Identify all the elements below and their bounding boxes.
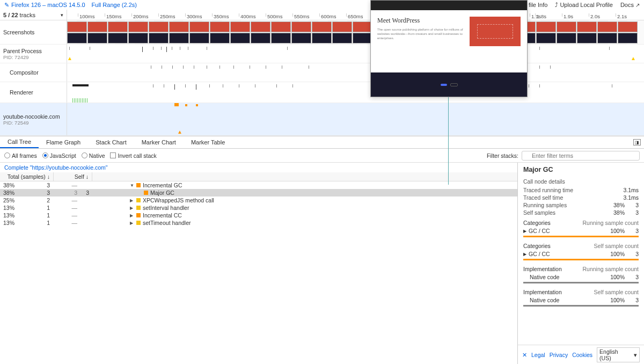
screenshot-thumb[interactable] bbox=[169, 21, 189, 44]
screenshot-thumb[interactable] bbox=[210, 21, 230, 44]
screenshot-thumb[interactable] bbox=[128, 21, 148, 44]
expand-icon[interactable]: ▼ bbox=[130, 183, 134, 188]
tracks-count: 5 / 22 bbox=[3, 12, 18, 18]
compositor-label[interactable]: Compositor bbox=[0, 63, 67, 82]
expand-icon[interactable]: ▶ bbox=[130, 198, 134, 203]
preview-button bbox=[441, 84, 447, 86]
legal-link[interactable]: Legal bbox=[531, 352, 545, 358]
cookies-link[interactable]: Cookies bbox=[572, 352, 592, 358]
impl-bar bbox=[523, 282, 639, 283]
gc-cnt: 3 bbox=[628, 228, 639, 234]
upload-button[interactable]: ⤴ Upload Local Profile bbox=[555, 2, 613, 8]
screenshot-thumb[interactable] bbox=[271, 21, 291, 44]
category-icon bbox=[136, 213, 141, 217]
radio-all-frames[interactable]: All frames bbox=[4, 152, 37, 159]
running-samples-pct: 38% bbox=[613, 202, 625, 208]
profile-name[interactable]: Firefox 126 – macOS 14.5.0 bbox=[11, 2, 85, 8]
screenshot-thumb[interactable] bbox=[108, 21, 128, 44]
tab-marker-chart[interactable]: Marker Chart bbox=[134, 136, 184, 148]
invert-checkbox[interactable]: Invert call stack bbox=[110, 152, 156, 159]
tree-row[interactable]: 13%1—▶setInterval handler bbox=[0, 204, 517, 212]
radio-native[interactable]: Native bbox=[82, 152, 105, 159]
time-ruler[interactable]: 100ms 150ms 200ms 250ms 300ms 350ms 400m… bbox=[67, 10, 644, 20]
self: — bbox=[54, 182, 80, 188]
screenshot-thumb[interactable] bbox=[557, 21, 576, 44]
cnt: 1 bbox=[27, 212, 54, 219]
marker-icon: ▲ bbox=[67, 55, 72, 61]
screenshots-label[interactable]: Screenshots bbox=[0, 20, 67, 44]
compositor-track[interactable] bbox=[67, 63, 644, 82]
privacy-link[interactable]: Privacy bbox=[550, 352, 568, 358]
screenshot-thumb[interactable] bbox=[230, 21, 250, 44]
gc-pct2: 100% bbox=[610, 251, 625, 257]
self-samples-pct: 38% bbox=[613, 209, 625, 216]
screenshot-thumb[interactable] bbox=[67, 21, 87, 44]
close-icon[interactable]: ✕ bbox=[522, 352, 527, 358]
expand-icon[interactable]: ▶ bbox=[130, 221, 134, 225]
fn-name: Incremental CC bbox=[143, 212, 182, 219]
fn-name: Major GC bbox=[150, 190, 174, 196]
tree-row[interactable]: 38%3—▼Incremental GC bbox=[0, 181, 517, 189]
tab-stack-chart[interactable]: Stack Chart bbox=[88, 136, 134, 148]
tree-row[interactable]: 38%333Major GC bbox=[0, 189, 517, 196]
category-icon bbox=[136, 206, 141, 210]
tree-row[interactable]: 13%1—▶setTimeout handler bbox=[0, 219, 517, 227]
filter-input[interactable] bbox=[522, 151, 640, 161]
screenshot-thumb[interactable] bbox=[597, 21, 617, 44]
running-samples-cnt: 3 bbox=[628, 202, 639, 208]
col-function[interactable] bbox=[92, 172, 517, 181]
parent-track[interactable]: ▲ ▲ bbox=[67, 45, 644, 63]
tick: 350ms bbox=[212, 13, 229, 17]
col-self[interactable]: Self ↓ bbox=[54, 172, 92, 181]
screenshot-thumb[interactable] bbox=[149, 21, 169, 44]
self: — bbox=[54, 220, 80, 226]
screenshot-thumb[interactable] bbox=[536, 21, 556, 44]
expand-icon[interactable]: ▶ bbox=[130, 206, 134, 210]
tab-marker-table[interactable]: Marker Table bbox=[184, 136, 232, 148]
col-self-label: Self bbox=[75, 173, 84, 180]
language-select[interactable]: English (US)▾ bbox=[597, 347, 640, 362]
marker-icon: ▲ bbox=[631, 55, 636, 61]
category-gc-cc[interactable]: ▶GC / CC100%3 bbox=[518, 227, 644, 235]
renderer-label[interactable]: Renderer bbox=[0, 82, 67, 103]
tracks-selector[interactable]: 5 / 22 tracks ▾ bbox=[0, 10, 67, 20]
expand-icon[interactable]: ▶ bbox=[130, 213, 134, 218]
self-samples-k: Self samples bbox=[523, 209, 555, 216]
screenshot-thumb[interactable] bbox=[251, 21, 270, 44]
screenshot-thumb[interactable] bbox=[332, 21, 352, 44]
tick: 200ms bbox=[131, 13, 149, 17]
native-cnt2: 3 bbox=[628, 297, 639, 303]
tree-row[interactable]: 13%1—▶Incremental CC bbox=[0, 212, 517, 219]
marker-icon: ▲ bbox=[177, 129, 182, 135]
screenshot-thumb[interactable] bbox=[618, 21, 638, 44]
sidebar-toggle-icon[interactable]: ◨ bbox=[633, 139, 641, 145]
tree-row[interactable]: 25%2—▶XPCWrappedJS method call bbox=[0, 196, 517, 204]
implementation-label: Implementation bbox=[523, 266, 562, 272]
category-icon bbox=[144, 191, 148, 195]
category-icon bbox=[136, 183, 141, 187]
youtube-track[interactable]: ▲ bbox=[67, 103, 644, 135]
transform-breadcrumb[interactable]: Complete "https://youtube-nocookie.com" bbox=[0, 163, 517, 172]
col-total[interactable]: Total (samples) ↓ bbox=[0, 172, 54, 181]
renderer-track[interactable] bbox=[67, 82, 644, 103]
self-count-label2: Self sample count bbox=[594, 289, 639, 295]
screenshots-track[interactable] bbox=[67, 20, 644, 44]
sort-icon: ↓ bbox=[86, 173, 89, 180]
parent-process-label[interactable]: Parent Process PID: 72429 bbox=[0, 45, 67, 63]
edit-icon[interactable]: ✎ bbox=[4, 2, 9, 9]
screenshot-thumb[interactable] bbox=[577, 21, 597, 44]
screenshot-thumb[interactable] bbox=[291, 21, 311, 44]
screenshot-thumb[interactable] bbox=[312, 21, 332, 44]
expand-icon: ▶ bbox=[523, 229, 526, 234]
screenshot-thumb[interactable] bbox=[87, 21, 107, 44]
tab-call-tree[interactable]: Call Tree bbox=[0, 136, 39, 148]
radio-javascript[interactable]: JavaScript bbox=[42, 152, 76, 159]
docs-link[interactable]: Docs ↗ bbox=[620, 2, 640, 8]
profile-info-link[interactable]: file Info bbox=[529, 2, 547, 8]
full-range-link[interactable]: Full Range (2.2s) bbox=[92, 2, 137, 8]
tab-flame-graph[interactable]: Flame Graph bbox=[39, 136, 88, 148]
screenshot-thumb[interactable] bbox=[353, 21, 372, 44]
screenshot-thumb[interactable] bbox=[189, 21, 209, 44]
youtube-label[interactable]: youtube-nocookie.com PID: 72549 bbox=[0, 103, 67, 135]
category-gc-cc-self[interactable]: ▶GC / CC100%3 bbox=[518, 250, 644, 258]
